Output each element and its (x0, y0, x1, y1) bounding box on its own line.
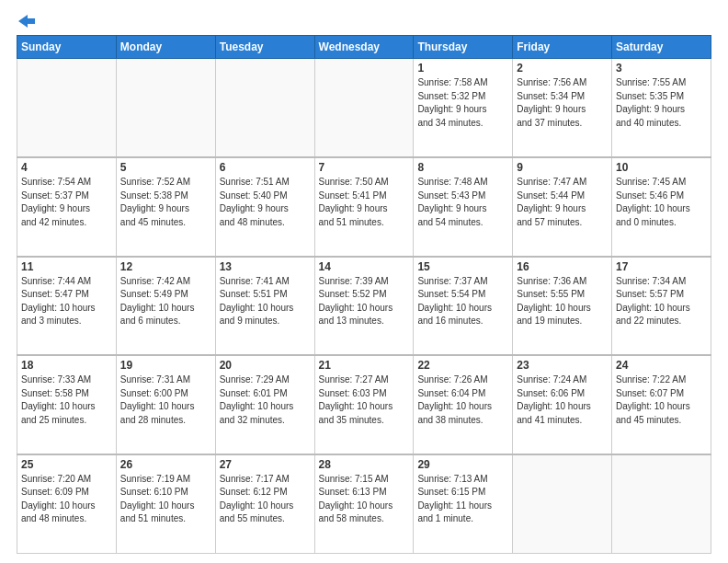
calendar-cell: 25Sunrise: 7:20 AM Sunset: 6:09 PM Dayli… (17, 454, 117, 554)
col-header-thursday: Thursday (414, 36, 513, 59)
day-number: 15 (417, 260, 508, 273)
calendar-cell: 27Sunrise: 7:17 AM Sunset: 6:12 PM Dayli… (215, 454, 314, 554)
calendar-cell: 7Sunrise: 7:50 AM Sunset: 5:41 PM Daylig… (314, 157, 414, 257)
calendar-cell: 2Sunrise: 7:56 AM Sunset: 5:34 PM Daylig… (513, 59, 612, 158)
day-number: 23 (517, 359, 608, 372)
calendar-cell: 18Sunrise: 7:33 AM Sunset: 5:58 PM Dayli… (17, 355, 117, 454)
header (17, 15, 711, 28)
day-number: 19 (120, 359, 211, 372)
calendar-cell: 24Sunrise: 7:22 AM Sunset: 6:07 PM Dayli… (612, 355, 711, 454)
day-info: Sunrise: 7:58 AM Sunset: 5:32 PM Dayligh… (417, 76, 508, 130)
calendar-cell: 19Sunrise: 7:31 AM Sunset: 6:00 PM Dayli… (116, 355, 215, 454)
day-info: Sunrise: 7:34 AM Sunset: 5:57 PM Dayligh… (616, 275, 707, 328)
day-info: Sunrise: 7:31 AM Sunset: 6:00 PM Dayligh… (120, 373, 211, 427)
day-number: 10 (616, 161, 707, 174)
calendar-cell: 9Sunrise: 7:47 AM Sunset: 5:44 PM Daylig… (513, 157, 612, 257)
day-info: Sunrise: 7:50 AM Sunset: 5:41 PM Dayligh… (319, 176, 410, 229)
calendar-cell: 5Sunrise: 7:52 AM Sunset: 5:38 PM Daylig… (116, 157, 215, 257)
svg-marker-0 (18, 15, 35, 28)
day-info: Sunrise: 7:29 AM Sunset: 6:01 PM Dayligh… (220, 373, 311, 427)
calendar: SundayMondayTuesdayWednesdayThursdayFrid… (17, 35, 711, 554)
day-info: Sunrise: 7:17 AM Sunset: 6:12 PM Dayligh… (220, 473, 311, 526)
day-number: 11 (21, 260, 112, 273)
day-number: 13 (220, 260, 311, 273)
calendar-cell: 6Sunrise: 7:51 AM Sunset: 5:40 PM Daylig… (215, 157, 314, 257)
calendar-cell (215, 59, 314, 158)
day-info: Sunrise: 7:39 AM Sunset: 5:52 PM Dayligh… (319, 275, 410, 328)
day-number: 7 (319, 161, 410, 174)
day-info: Sunrise: 7:41 AM Sunset: 5:51 PM Dayligh… (220, 275, 311, 328)
day-info: Sunrise: 7:51 AM Sunset: 5:40 PM Dayligh… (220, 176, 311, 229)
col-header-monday: Monday (116, 36, 215, 59)
day-number: 5 (120, 161, 211, 174)
day-number: 3 (616, 62, 707, 75)
calendar-cell: 21Sunrise: 7:27 AM Sunset: 6:03 PM Dayli… (314, 355, 414, 454)
calendar-cell: 12Sunrise: 7:42 AM Sunset: 5:49 PM Dayli… (116, 257, 215, 356)
day-info: Sunrise: 7:54 AM Sunset: 5:37 PM Dayligh… (21, 176, 112, 229)
logo-arrow-icon (18, 15, 35, 28)
day-info: Sunrise: 7:33 AM Sunset: 5:58 PM Dayligh… (21, 373, 112, 427)
day-number: 8 (417, 161, 508, 174)
day-number: 1 (417, 62, 508, 75)
day-number: 29 (417, 458, 508, 471)
day-info: Sunrise: 7:19 AM Sunset: 6:10 PM Dayligh… (120, 473, 211, 526)
calendar-cell (17, 59, 117, 158)
col-header-tuesday: Tuesday (215, 36, 314, 59)
calendar-cell: 4Sunrise: 7:54 AM Sunset: 5:37 PM Daylig… (17, 157, 117, 257)
day-info: Sunrise: 7:52 AM Sunset: 5:38 PM Dayligh… (120, 176, 211, 229)
day-number: 9 (517, 161, 608, 174)
day-number: 24 (616, 359, 707, 372)
calendar-cell: 14Sunrise: 7:39 AM Sunset: 5:52 PM Dayli… (314, 257, 414, 356)
day-info: Sunrise: 7:24 AM Sunset: 6:06 PM Dayligh… (517, 373, 608, 427)
calendar-cell (612, 454, 711, 554)
day-info: Sunrise: 7:20 AM Sunset: 6:09 PM Dayligh… (21, 473, 112, 526)
day-info: Sunrise: 7:36 AM Sunset: 5:55 PM Dayligh… (517, 275, 608, 328)
day-info: Sunrise: 7:42 AM Sunset: 5:49 PM Dayligh… (120, 275, 211, 328)
calendar-cell: 17Sunrise: 7:34 AM Sunset: 5:57 PM Dayli… (612, 257, 711, 356)
day-number: 20 (220, 359, 311, 372)
day-info: Sunrise: 7:13 AM Sunset: 6:15 PM Dayligh… (417, 473, 508, 526)
col-header-wednesday: Wednesday (314, 36, 414, 59)
day-number: 21 (319, 359, 410, 372)
day-number: 6 (220, 161, 311, 174)
day-number: 4 (21, 161, 112, 174)
page: SundayMondayTuesdayWednesdayThursdayFrid… (0, 0, 728, 563)
calendar-cell: 3Sunrise: 7:55 AM Sunset: 5:35 PM Daylig… (612, 59, 711, 158)
day-info: Sunrise: 7:22 AM Sunset: 6:07 PM Dayligh… (616, 373, 707, 427)
day-info: Sunrise: 7:44 AM Sunset: 5:47 PM Dayligh… (21, 275, 112, 328)
day-number: 12 (120, 260, 211, 273)
calendar-cell: 8Sunrise: 7:48 AM Sunset: 5:43 PM Daylig… (414, 157, 513, 257)
day-number: 2 (517, 62, 608, 75)
day-number: 22 (417, 359, 508, 372)
day-number: 14 (319, 260, 410, 273)
day-info: Sunrise: 7:56 AM Sunset: 5:34 PM Dayligh… (517, 76, 608, 130)
day-number: 25 (21, 458, 112, 471)
calendar-cell (314, 59, 414, 158)
day-info: Sunrise: 7:26 AM Sunset: 6:04 PM Dayligh… (417, 373, 508, 427)
calendar-cell: 26Sunrise: 7:19 AM Sunset: 6:10 PM Dayli… (116, 454, 215, 554)
calendar-cell (513, 454, 612, 554)
day-number: 18 (21, 359, 112, 372)
day-info: Sunrise: 7:48 AM Sunset: 5:43 PM Dayligh… (417, 176, 508, 229)
calendar-cell: 16Sunrise: 7:36 AM Sunset: 5:55 PM Dayli… (513, 257, 612, 356)
day-info: Sunrise: 7:47 AM Sunset: 5:44 PM Dayligh… (517, 176, 608, 229)
calendar-cell: 13Sunrise: 7:41 AM Sunset: 5:51 PM Dayli… (215, 257, 314, 356)
day-info: Sunrise: 7:37 AM Sunset: 5:54 PM Dayligh… (417, 275, 508, 328)
day-number: 17 (616, 260, 707, 273)
day-number: 26 (120, 458, 211, 471)
day-info: Sunrise: 7:27 AM Sunset: 6:03 PM Dayligh… (319, 373, 410, 427)
day-number: 16 (517, 260, 608, 273)
calendar-cell (116, 59, 215, 158)
calendar-cell: 22Sunrise: 7:26 AM Sunset: 6:04 PM Dayli… (414, 355, 513, 454)
calendar-cell: 11Sunrise: 7:44 AM Sunset: 5:47 PM Dayli… (17, 257, 117, 356)
calendar-cell: 29Sunrise: 7:13 AM Sunset: 6:15 PM Dayli… (414, 454, 513, 554)
day-info: Sunrise: 7:15 AM Sunset: 6:13 PM Dayligh… (319, 473, 410, 526)
col-header-friday: Friday (513, 36, 612, 59)
calendar-cell: 20Sunrise: 7:29 AM Sunset: 6:01 PM Dayli… (215, 355, 314, 454)
logo (17, 15, 35, 28)
col-header-sunday: Sunday (17, 36, 117, 59)
col-header-saturday: Saturday (612, 36, 711, 59)
calendar-cell: 23Sunrise: 7:24 AM Sunset: 6:06 PM Dayli… (513, 355, 612, 454)
calendar-cell: 10Sunrise: 7:45 AM Sunset: 5:46 PM Dayli… (612, 157, 711, 257)
calendar-cell: 15Sunrise: 7:37 AM Sunset: 5:54 PM Dayli… (414, 257, 513, 356)
